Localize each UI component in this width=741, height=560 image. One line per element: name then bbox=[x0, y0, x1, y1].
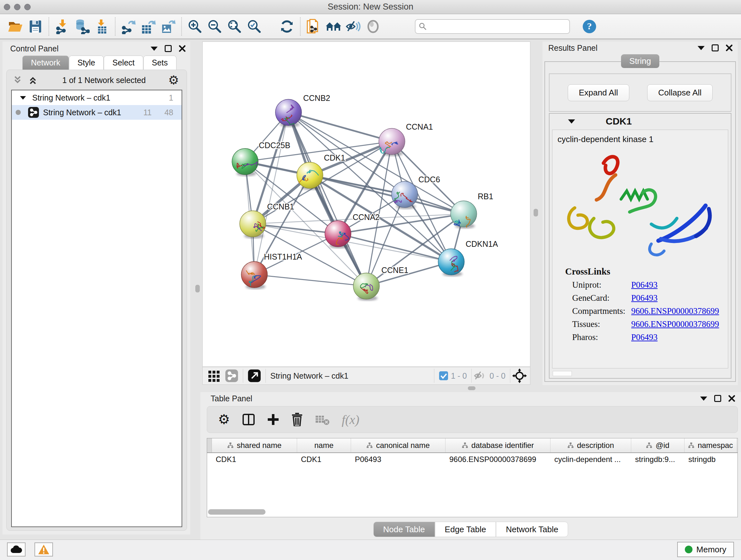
share-session-file-button[interactable] bbox=[304, 16, 324, 37]
tree-expand-icon[interactable] bbox=[20, 96, 26, 99]
function-builder-icon[interactable]: f(x) bbox=[342, 412, 360, 427]
string-home-button[interactable] bbox=[324, 16, 343, 37]
node-CDC25B[interactable] bbox=[232, 148, 258, 175]
node-table[interactable]: shared namenamecanonical namedatabase id… bbox=[207, 438, 738, 517]
expand-all-networks-icon[interactable] bbox=[14, 75, 24, 85]
table-cell[interactable]: CDK1 bbox=[297, 455, 351, 464]
edge-CDK1-RB1[interactable] bbox=[310, 175, 464, 214]
warnings-button[interactable] bbox=[35, 543, 53, 557]
zoom-out-button[interactable] bbox=[205, 16, 225, 37]
export-image-button[interactable] bbox=[158, 16, 178, 37]
table-row[interactable]: CDK1CDK1P064939606.ENSP00000378699cyclin… bbox=[207, 453, 738, 466]
column-header-description[interactable]: description bbox=[550, 438, 631, 452]
crosslink-link[interactable]: 9606.ENSP00000378699 bbox=[631, 319, 719, 329]
node-CCNE1[interactable] bbox=[353, 273, 380, 299]
crosslink-link[interactable]: 9606.ENSP00000378699 bbox=[631, 306, 719, 316]
close-table-panel-icon[interactable] bbox=[728, 395, 735, 402]
node-CDK1[interactable] bbox=[297, 162, 323, 188]
tab-edge-table[interactable]: Edge Table bbox=[435, 522, 496, 537]
zoom-fit-button[interactable] bbox=[225, 16, 245, 37]
delete-column-trash-icon[interactable] bbox=[291, 413, 303, 426]
collapse-results-panel-icon[interactable] bbox=[697, 46, 704, 50]
export-table-button[interactable] bbox=[138, 16, 158, 37]
search-box[interactable] bbox=[415, 19, 570, 34]
column-header-name[interactable]: name bbox=[297, 438, 351, 452]
column-header-database-identifier[interactable]: database identifier bbox=[446, 438, 550, 452]
export-network-button[interactable] bbox=[119, 16, 138, 37]
table-cell[interactable]: CDK1 bbox=[212, 455, 297, 464]
table-cell[interactable]: cyclin-dependent ... bbox=[550, 455, 631, 464]
delete-table-icon[interactable] bbox=[315, 414, 330, 425]
column-header--id[interactable]: @id bbox=[631, 438, 684, 452]
string-network-graph[interactable]: CCNB2CCNA1CDC25BCDK1CDC6RB1CCNB1CCNA2CDK… bbox=[203, 42, 531, 367]
node-CCNA2[interactable] bbox=[325, 221, 351, 247]
zoom-in-button[interactable] bbox=[185, 16, 205, 37]
network-thumbnail-icon[interactable] bbox=[225, 369, 239, 382]
table-cell[interactable]: P06493 bbox=[351, 455, 446, 464]
column-header-shared-name[interactable]: shared name bbox=[212, 438, 297, 452]
collapse-entry-icon[interactable] bbox=[568, 119, 575, 124]
collapse-panel-icon[interactable] bbox=[151, 47, 158, 51]
gear-icon[interactable]: ⚙ bbox=[168, 74, 179, 86]
add-column-plus-icon[interactable] bbox=[267, 414, 279, 426]
hide-glass-effect-button[interactable] bbox=[343, 16, 363, 37]
network-view-canvas[interactable]: CCNB2CCNA1CDC25BCDK1CDC6RB1CCNB1CCNA2CDK… bbox=[202, 42, 530, 367]
float-results-panel-icon[interactable] bbox=[712, 44, 719, 51]
table-settings-gear-icon[interactable]: ⚙ bbox=[218, 413, 230, 426]
table-hscroll-thumb[interactable] bbox=[208, 509, 266, 515]
node-RB1[interactable] bbox=[451, 201, 477, 227]
tab-network-table[interactable]: Network Table bbox=[496, 522, 568, 537]
float-panel-icon[interactable] bbox=[165, 45, 172, 52]
tab-sets[interactable]: Sets bbox=[143, 56, 177, 70]
open-session-button[interactable] bbox=[6, 16, 25, 37]
memory-button[interactable]: Memory bbox=[677, 542, 734, 557]
table-cell[interactable]: stringdb bbox=[684, 455, 737, 464]
edge-CCNB2-HIST1H1A[interactable] bbox=[254, 112, 288, 274]
node-CCNA1[interactable] bbox=[379, 128, 405, 154]
show-columns-icon[interactable] bbox=[242, 413, 255, 426]
left-splitter-handle[interactable] bbox=[195, 285, 200, 293]
birds-eye-view-icon[interactable] bbox=[512, 368, 527, 383]
help-button[interactable]: ? bbox=[580, 16, 599, 37]
apply-layout-button[interactable] bbox=[277, 16, 297, 37]
hidden-eye-slash-icon[interactable] bbox=[474, 370, 487, 381]
node-details-header[interactable]: CDK1 bbox=[549, 114, 731, 129]
network-row-selected[interactable]: String Network – cdk1 11 48 bbox=[12, 105, 182, 120]
float-table-panel-icon[interactable] bbox=[714, 395, 721, 402]
tab-string[interactable]: String bbox=[621, 54, 659, 68]
tab-node-table[interactable]: Node Table bbox=[374, 522, 435, 537]
selected-checkbox-icon[interactable] bbox=[439, 371, 448, 381]
collapse-all-button[interactable]: Collapse All bbox=[647, 84, 713, 101]
import-table-button[interactable] bbox=[92, 16, 112, 37]
table-cell[interactable]: stringdb:9... bbox=[631, 455, 684, 464]
tab-network[interactable]: Network bbox=[22, 56, 69, 70]
entry-hscroll-thumb[interactable] bbox=[553, 371, 572, 376]
close-panel-icon[interactable] bbox=[179, 45, 186, 52]
node-CCNB1[interactable] bbox=[240, 211, 266, 237]
table-cell[interactable]: 9606.ENSP00000378699 bbox=[446, 455, 550, 464]
column-header-namespac[interactable]: namespac bbox=[684, 438, 737, 452]
node-CCNB2[interactable] bbox=[275, 99, 301, 125]
right-splitter-handle[interactable] bbox=[534, 209, 538, 216]
glass-ball-effect-button[interactable] bbox=[363, 16, 383, 37]
search-input[interactable] bbox=[427, 22, 561, 31]
node-CDKN1A[interactable] bbox=[438, 249, 464, 275]
show-grid-icon[interactable] bbox=[208, 369, 220, 382]
cloud-status-button[interactable] bbox=[7, 543, 25, 557]
crosslink-link[interactable]: P06493 bbox=[631, 332, 658, 342]
import-network-from-file-button[interactable] bbox=[52, 16, 72, 37]
zoom-selected-button[interactable] bbox=[245, 16, 264, 37]
column-header-canonical-name[interactable]: canonical name bbox=[351, 438, 446, 452]
crosslink-link[interactable]: P06493 bbox=[631, 280, 658, 290]
close-results-panel-icon[interactable] bbox=[726, 44, 733, 51]
import-network-from-database-button[interactable] bbox=[72, 16, 92, 37]
expand-all-button[interactable]: Expand All bbox=[568, 84, 629, 101]
crosslink-link[interactable]: P06493 bbox=[631, 293, 658, 303]
collapse-table-panel-icon[interactable] bbox=[700, 396, 707, 401]
collapse-all-networks-icon[interactable] bbox=[29, 75, 40, 85]
tab-style[interactable]: Style bbox=[69, 56, 104, 70]
node-CDC6[interactable] bbox=[392, 181, 418, 207]
open-in-new-window-icon[interactable] bbox=[248, 369, 261, 382]
tab-select[interactable]: Select bbox=[104, 56, 143, 70]
save-session-button[interactable] bbox=[25, 16, 45, 37]
